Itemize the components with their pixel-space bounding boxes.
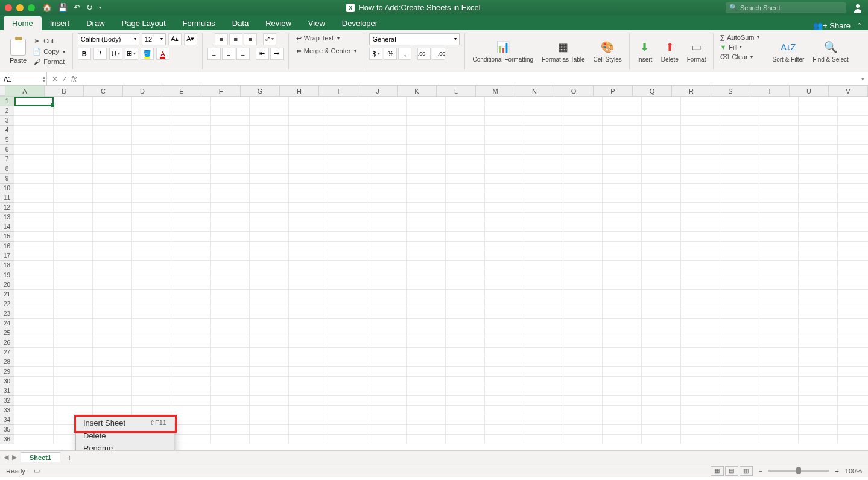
cancel-formula-icon[interactable]: ✕: [52, 75, 58, 83]
row-header-18[interactable]: 18: [0, 261, 14, 270]
cells-area[interactable]: [14, 97, 868, 444]
page-layout-view-button[interactable]: ▤: [725, 466, 738, 476]
wrap-text-button[interactable]: ↩Wrap Text▾: [294, 33, 342, 43]
decrease-decimal-button[interactable]: ←.00: [432, 48, 445, 60]
redo-icon[interactable]: ↻: [86, 3, 93, 12]
row-header-8[interactable]: 8: [0, 164, 14, 174]
row-header-25[interactable]: 25: [0, 328, 14, 338]
column-header-V[interactable]: V: [829, 86, 868, 96]
row-header-4[interactable]: 4: [0, 126, 14, 135]
add-sheet-button[interactable]: +: [64, 452, 75, 463]
row-header-23[interactable]: 23: [0, 309, 14, 319]
column-header-H[interactable]: H: [280, 86, 319, 96]
align-right-button[interactable]: ≡: [236, 48, 250, 60]
align-middle-button[interactable]: ≡: [229, 33, 242, 45]
row-header-11[interactable]: 11: [0, 193, 14, 203]
home-icon[interactable]: 🏠: [42, 3, 52, 12]
sheet-nav-prev-icon[interactable]: ◀: [4, 453, 8, 461]
menu-delete-sheet[interactable]: Delete: [76, 429, 174, 442]
clear-button[interactable]: ⌫Clear▾: [718, 53, 753, 62]
collapse-ribbon-icon[interactable]: ⌃: [857, 22, 862, 30]
align-top-button[interactable]: ≡: [215, 33, 228, 45]
tab-page-layout[interactable]: Page Layout: [113, 16, 174, 30]
tab-developer[interactable]: Developer: [334, 16, 386, 30]
row-header-21[interactable]: 21: [0, 290, 14, 299]
tab-insert[interactable]: Insert: [42, 16, 78, 30]
sort-filter-button[interactable]: A↓Z Sort & Filter: [770, 38, 807, 64]
page-break-view-button[interactable]: ▥: [740, 466, 753, 476]
zoom-out-button[interactable]: −: [759, 467, 762, 475]
tab-formulas[interactable]: Formulas: [174, 16, 224, 30]
menu-rename-sheet[interactable]: Rename: [76, 442, 174, 450]
row-header-1[interactable]: 1: [0, 97, 14, 106]
number-format-combo[interactable]: General▾: [369, 33, 460, 45]
column-header-A[interactable]: A: [5, 86, 45, 96]
share-button[interactable]: 👥+ Share: [813, 21, 851, 30]
increase-font-button[interactable]: A▴: [168, 33, 182, 45]
column-header-C[interactable]: C: [84, 86, 123, 96]
row-header-30[interactable]: 30: [0, 377, 14, 386]
merge-center-button[interactable]: ⬌Merge & Center▾: [294, 46, 360, 56]
paste-button[interactable]: Paste: [10, 39, 27, 64]
borders-button[interactable]: ⊞: [125, 48, 138, 60]
orientation-button[interactable]: ⤢: [263, 33, 276, 45]
column-header-K[interactable]: K: [398, 86, 437, 96]
save-icon[interactable]: 💾: [58, 3, 68, 12]
find-select-button[interactable]: 🔍 Find & Select: [810, 38, 851, 64]
name-box[interactable]: A1 ▴▾: [0, 72, 47, 85]
sheet-tab-sheet1[interactable]: Sheet1: [21, 452, 60, 462]
row-header-2[interactable]: 2: [0, 106, 14, 116]
row-header-5[interactable]: 5: [0, 135, 14, 145]
row-header-36[interactable]: 36: [0, 435, 14, 444]
user-account-icon[interactable]: [852, 2, 863, 13]
fill-color-button[interactable]: 🪣: [141, 48, 154, 60]
bold-button[interactable]: B: [78, 48, 91, 60]
normal-view-button[interactable]: ▦: [711, 466, 724, 476]
menu-insert-sheet[interactable]: Insert Sheet ⇧F11: [76, 417, 174, 429]
autosum-button[interactable]: ∑AutoSum▾: [718, 33, 760, 42]
accept-formula-icon[interactable]: ✓: [62, 75, 68, 83]
row-header-32[interactable]: 32: [0, 396, 14, 406]
column-header-R[interactable]: R: [672, 86, 711, 96]
tab-view[interactable]: View: [300, 16, 334, 30]
copy-button[interactable]: 📄Copy▾: [30, 47, 68, 56]
format-as-table-button[interactable]: ▦ Format as Table: [539, 38, 588, 64]
italic-button[interactable]: I: [93, 48, 107, 60]
column-header-F[interactable]: F: [201, 86, 241, 96]
row-header-33[interactable]: 33: [0, 406, 14, 415]
row-header-29[interactable]: 29: [0, 367, 14, 377]
macro-record-icon[interactable]: ▭: [34, 467, 40, 475]
undo-icon[interactable]: ↶: [74, 3, 80, 12]
row-header-9[interactable]: 9: [0, 174, 14, 184]
row-header-26[interactable]: 26: [0, 338, 14, 348]
fill-button[interactable]: ▼Fill▾: [718, 43, 743, 51]
column-header-D[interactable]: D: [123, 86, 162, 96]
align-left-button[interactable]: ≡: [207, 48, 221, 60]
name-box-dropdown-icon[interactable]: ▴▾: [43, 76, 45, 82]
column-header-T[interactable]: T: [750, 86, 790, 96]
row-header-7[interactable]: 7: [0, 155, 14, 164]
select-all-corner[interactable]: [0, 86, 5, 96]
row-header-31[interactable]: 31: [0, 386, 14, 396]
column-header-Q[interactable]: Q: [633, 86, 672, 96]
column-header-U[interactable]: U: [790, 86, 829, 96]
format-cells-button[interactable]: ▭ Format: [685, 38, 709, 64]
row-header-24[interactable]: 24: [0, 319, 14, 328]
expand-formula-bar-icon[interactable]: ▾: [857, 76, 868, 82]
column-header-P[interactable]: P: [594, 86, 633, 96]
row-header-19[interactable]: 19: [0, 270, 14, 280]
column-header-B[interactable]: B: [45, 86, 84, 96]
sheet-nav-next-icon[interactable]: ▶: [12, 453, 17, 461]
row-header-27[interactable]: 27: [0, 348, 14, 357]
percent-format-button[interactable]: %: [384, 48, 397, 60]
row-header-10[interactable]: 10: [0, 184, 14, 193]
decrease-indent-button[interactable]: ⇤: [256, 48, 269, 60]
row-header-13[interactable]: 13: [0, 213, 14, 222]
font-color-button[interactable]: A: [156, 48, 169, 60]
column-header-L[interactable]: L: [437, 86, 476, 96]
cell-styles-button[interactable]: 🎨 Cell Styles: [591, 38, 624, 64]
zoom-level[interactable]: 100%: [845, 467, 862, 475]
increase-decimal-button[interactable]: .00→: [417, 48, 431, 60]
row-header-3[interactable]: 3: [0, 116, 14, 126]
row-header-12[interactable]: 12: [0, 203, 14, 213]
